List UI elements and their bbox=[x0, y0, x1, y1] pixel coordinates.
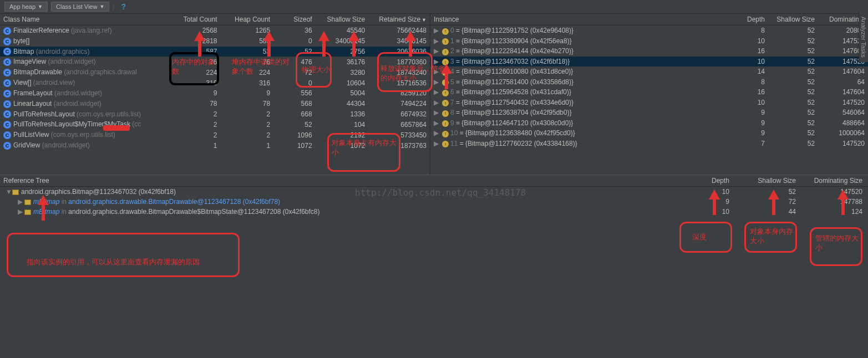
index-icon: ! bbox=[442, 120, 449, 127]
table-row[interactable]: ▶!1 = {Bitmap@1123380904 (0x42f56ea8)}10… bbox=[430, 36, 868, 47]
ref-col-depth[interactable]: Depth bbox=[668, 175, 735, 186]
class-icon: C bbox=[3, 90, 11, 98]
index-icon: ! bbox=[442, 59, 449, 65]
table-row[interactable]: CImageView (android.widget)7676476361761… bbox=[0, 57, 430, 67]
tree-row[interactable]: ▶mBitmap in android.graphics.drawable.Bi… bbox=[0, 207, 868, 217]
reference-tree-title: Reference Tree bbox=[0, 175, 668, 186]
table-row[interactable]: CPullToRefreshLayout$MyTimer$MyTask (cc2… bbox=[0, 119, 430, 130]
expand-icon[interactable]: ▶ bbox=[434, 109, 439, 116]
class-table: Class Name Total Count Heap Count Sizeof… bbox=[0, 14, 430, 151]
expand-icon[interactable]: ▶ bbox=[434, 78, 439, 86]
table-row[interactable]: ▶!7 = {Bitmap@1127540432 (0x4334e6d0)}10… bbox=[430, 98, 868, 108]
col-class-name[interactable]: Class Name bbox=[0, 14, 167, 25]
expand-icon[interactable]: ▶ bbox=[434, 140, 439, 147]
index-icon: ! bbox=[442, 28, 449, 35]
expand-icon[interactable]: ▶ bbox=[434, 129, 439, 137]
expand-icon[interactable]: ▶ bbox=[434, 58, 439, 65]
class-icon: C bbox=[3, 100, 11, 108]
object-icon bbox=[12, 190, 19, 195]
view-dropdown-label: Class List View bbox=[56, 3, 97, 10]
index-icon: ! bbox=[442, 100, 449, 106]
col-retained[interactable]: Retained Size▼ bbox=[368, 14, 430, 25]
table-row[interactable]: ▶!6 = {Bitmap@1125964528 (0x431cdaf0)}16… bbox=[430, 87, 868, 98]
anno-ref: 指向该实例的引用，可以从这里面查看内存泄漏的原因 bbox=[27, 258, 200, 267]
index-icon: ! bbox=[442, 110, 449, 117]
ref-col-shallow[interactable]: Shallow Size bbox=[735, 175, 801, 186]
chevron-down-icon: ▼ bbox=[99, 4, 104, 9]
analyzer-tasks-tab[interactable]: Analyzer Tasks bbox=[859, 12, 868, 62]
class-icon: C bbox=[3, 79, 11, 87]
table-row[interactable]: ▶!5 = {Bitmap@1127581400 (0x433586d8)}85… bbox=[430, 77, 868, 88]
table-row[interactable]: CPullListView (com.oys.erp.utils.list)22… bbox=[0, 130, 430, 140]
table-row[interactable]: ▶!8 = {Bitmap@1123638704 (0x42f95db0)}95… bbox=[430, 108, 868, 118]
table-row[interactable]: ▶!3 = {Bitmap@1123467032 (0x42f6bf18)}10… bbox=[430, 57, 868, 67]
table-row[interactable]: Cbyte[] 281858503400614534006145 bbox=[0, 36, 430, 47]
chevron-down-icon: ▼ bbox=[38, 4, 43, 9]
index-icon: ! bbox=[442, 141, 449, 147]
table-row[interactable]: CFrameLayout (android.widget)99556500482… bbox=[0, 88, 430, 99]
expand-icon[interactable]: ▶ bbox=[434, 99, 439, 106]
expand-icon[interactable]: ▶ bbox=[434, 119, 439, 127]
index-icon: ! bbox=[442, 38, 449, 45]
col-shallow[interactable]: Shallow Size bbox=[316, 14, 369, 25]
col-heap[interactable]: Heap Count bbox=[221, 14, 274, 25]
anno-shallow2: 对象本身内存大小 bbox=[750, 227, 794, 246]
index-icon: ! bbox=[442, 79, 449, 86]
expand-icon[interactable]: ▶ bbox=[434, 47, 439, 55]
class-list-pane: Class Name Total Count Heap Count Sizeof… bbox=[0, 14, 430, 175]
col-total[interactable]: Total Count bbox=[167, 14, 221, 25]
reference-tree-pane: Reference Tree Depth Shallow Size Domina… bbox=[0, 175, 868, 217]
class-icon: C bbox=[3, 131, 11, 139]
index-icon: ! bbox=[442, 131, 449, 137]
class-icon: C bbox=[3, 58, 11, 66]
table-row[interactable]: ▶!9 = {Bitmap@1124647120 (0x4308c0d0)}95… bbox=[430, 118, 868, 129]
table-row[interactable]: ▶!11 = {Bitmap@1127760232 (0x43384168)}7… bbox=[430, 139, 868, 149]
table-row[interactable]: ▶!2 = {Bitmap@1122284144 (0x42e4b270)}16… bbox=[430, 46, 868, 57]
class-icon: C bbox=[3, 110, 11, 118]
expand-icon[interactable]: ▶ bbox=[434, 88, 439, 96]
tree-row[interactable]: ▶mBitmap in android.graphics.drawable.Bi… bbox=[0, 197, 868, 207]
anno-depth: 深度 bbox=[692, 233, 707, 242]
index-icon: ! bbox=[442, 69, 449, 76]
anno-dom: 管辖的内存大小 bbox=[815, 234, 860, 253]
object-icon bbox=[24, 200, 31, 205]
col-instance[interactable]: Instance bbox=[430, 14, 735, 25]
table-row[interactable]: ▶!4 = {Bitmap@1126010080 (0x431d8ce0)}14… bbox=[430, 67, 868, 77]
table-row[interactable]: CGridView (android.widget)11107210721873… bbox=[0, 140, 430, 151]
heap-dropdown-label: App heap bbox=[9, 3, 35, 10]
table-row[interactable]: ▶!10 = {Bitmap@1123638480 (0x42f95cd0)}9… bbox=[430, 128, 868, 139]
help-icon[interactable]: ? bbox=[121, 2, 126, 11]
col-depth[interactable]: Depth bbox=[735, 14, 768, 25]
object-icon bbox=[24, 209, 31, 215]
index-icon: ! bbox=[442, 90, 449, 96]
class-icon: C bbox=[3, 38, 11, 45]
ref-col-dominating[interactable]: Dominating Size bbox=[801, 175, 868, 186]
index-icon: ! bbox=[442, 49, 449, 55]
view-dropdown[interactable]: Class List View ▼ bbox=[51, 2, 109, 12]
table-row[interactable]: CBitmapDrawable (android.graphics.drawal… bbox=[0, 67, 430, 78]
table-row[interactable]: CLinearLayout (android.widget)7878568443… bbox=[0, 99, 430, 109]
class-icon: C bbox=[3, 121, 11, 129]
class-icon: C bbox=[3, 142, 11, 150]
col-shallow2[interactable]: Shallow Size bbox=[768, 14, 818, 25]
toolbar: App heap ▼ Class List View ▼ | ? bbox=[0, 0, 868, 14]
class-icon: C bbox=[3, 27, 11, 35]
col-sizeof[interactable]: Sizeof bbox=[273, 14, 315, 25]
tree-row[interactable]: ▼android.graphics.Bitmap@1123467032 (0x4… bbox=[0, 187, 868, 197]
heap-dropdown[interactable]: App heap ▼ bbox=[4, 2, 48, 12]
table-row[interactable]: CPullToRefreshLayout (com.oys.erp.utils.… bbox=[0, 109, 430, 120]
expand-icon[interactable]: ▶ bbox=[434, 27, 439, 34]
class-icon: C bbox=[3, 69, 11, 76]
table-row[interactable]: ▶!0 = {Bitmap@1122591752 (0x42e96408)}85… bbox=[430, 25, 868, 36]
instance-pane: Instance Depth Shallow Size Dominatin...… bbox=[430, 14, 868, 175]
table-row[interactable]: CFinalizerReference (java.lang.ref)25681… bbox=[0, 25, 430, 36]
expand-icon[interactable]: ▶ bbox=[434, 68, 439, 75]
class-icon: C bbox=[3, 48, 11, 55]
instance-table: Instance Depth Shallow Size Dominatin...… bbox=[430, 14, 868, 149]
expand-icon[interactable]: ▶ bbox=[434, 37, 439, 45]
table-row[interactable]: CBitmap (android.graphics)58753522756206… bbox=[0, 47, 430, 57]
table-row[interactable]: CView[] (android.view)316316010604157165… bbox=[0, 78, 430, 88]
